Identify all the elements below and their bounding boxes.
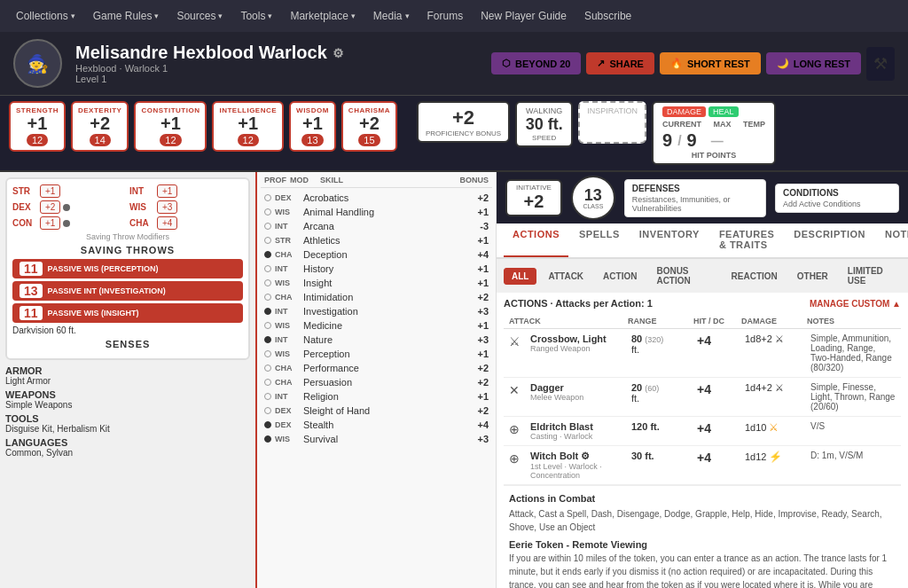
nav-media[interactable]: Media ▾ [366,6,417,26]
skill-row[interactable]: WIS Animal Handling +1 [261,205,492,219]
hp-heal-button[interactable]: HEAL [708,106,739,117]
nav-game-rules[interactable]: Game Rules ▾ [86,6,167,26]
save-wis-btn[interactable]: +3 [157,200,177,214]
subtab-bonus-action[interactable]: BONUS ACTION [648,263,719,289]
character-settings-icon[interactable]: ⚙ [333,46,344,60]
save-con-dot [63,220,70,227]
right-panel: INITIATIVE +2 13 CLASS DEFENSES Resistan… [497,172,908,588]
skill-row[interactable]: INT Nature +3 [261,333,492,347]
subtab-attack[interactable]: ATTACK [540,268,591,285]
nav-subscribe[interactable]: Subscribe [577,6,638,26]
skill-row[interactable]: WIS Survival +3 [261,432,492,446]
save-dex-btn[interactable]: +2 [40,200,60,214]
action-row[interactable]: ⊕ Witch Bolt ⚙ 1st Level · Warlock · Con… [504,446,901,485]
skill-attribute: STR [275,236,300,245]
nav-sources[interactable]: Sources ▾ [169,6,230,26]
skill-bonus: +3 [462,306,489,317]
save-str[interactable]: STR +1 [12,184,126,198]
passive-investigation: 13 PASSIVE INT (INVESTIGATION) [12,281,243,301]
skill-row[interactable]: INT Religion +1 [261,389,492,404]
nav-marketplace[interactable]: Marketplace ▾ [283,6,362,26]
skill-proficiency-dot [264,435,271,443]
long-rest-button[interactable]: 🌙 LONG REST [766,52,861,74]
weapons-label: WEAPONS [5,389,250,400]
action-row[interactable]: ⚔ Crossbow, Light Ranged Weapon 80 (320)… [504,329,901,378]
skill-bonus: -3 [462,221,489,231]
skill-proficiency-dot [264,194,271,201]
nav-tools[interactable]: Tools ▾ [233,6,279,26]
subtab-action[interactable]: ACTION [595,268,645,285]
skill-row[interactable]: CHA Persuasion +2 [261,375,492,389]
manage-custom-button[interactable]: MANAGE CUSTOM ▲ [810,299,901,309]
skill-attribute: WIS [275,278,300,287]
skill-name: Medicine [303,320,458,331]
nav-collections[interactable]: Collections ▾ [9,6,82,26]
skill-attribute: INT [275,392,300,401]
save-cha-btn[interactable]: +4 [157,216,177,230]
passive-insight-label: PASSIVE WIS (INSIGHT) [48,309,139,318]
short-rest-button[interactable]: 🔥 SHORT REST [660,52,761,74]
skill-row[interactable]: WIS Perception +1 [261,347,492,361]
tab-inventory[interactable]: INVENTORY [630,223,708,257]
skill-attribute: INT [275,222,300,231]
skill-proficiency-dot [264,279,271,286]
tab-spells[interactable]: SPELLS [570,223,629,257]
nav-forums[interactable]: Forums [420,6,471,26]
subtab-all[interactable]: ALL [504,268,536,285]
stat-constitution[interactable]: CONSTITUTION +1 12 [134,101,207,152]
tab-notes[interactable]: NOTES [876,223,908,257]
stat-charisma[interactable]: CHARISMA +2 15 [341,101,397,152]
save-int[interactable]: INT +1 [129,184,243,198]
skill-row[interactable]: INT Investigation +3 [261,304,492,318]
skill-name: Performance [303,363,458,373]
tab-description[interactable]: DESCRIPTION [785,223,874,257]
stat-wisdom[interactable]: WISDOM +1 13 [289,101,336,152]
beyond20-button[interactable]: ⬡ BEYOND 20 [491,52,581,74]
share-button[interactable]: ↗ SHARE [586,52,654,74]
stat-intelligence[interactable]: INTELLIGENCE +1 12 [212,101,284,152]
skill-proficiency-dot [264,208,271,216]
action-damage: 1d12 ⚡ [745,451,807,463]
inspiration-box[interactable]: INSPIRATION [578,101,646,144]
skill-row[interactable]: DEX Stealth +4 [261,418,492,432]
skill-row[interactable]: DEX Sleight of Hand +2 [261,404,492,418]
stat-strength[interactable]: STRENGTH +1 12 [9,101,66,152]
skill-row[interactable]: WIS Insight +1 [261,276,492,290]
stat-dexterity[interactable]: DEXTERITY +2 14 [71,101,129,152]
skill-row[interactable]: CHA Deception +4 [261,247,492,262]
tab-actions[interactable]: ACTIONS [504,223,568,257]
skill-row[interactable]: INT History +1 [261,262,492,276]
save-con-btn[interactable]: +1 [40,216,60,230]
stats-row: STRENGTH +1 12 DEXTERITY +2 14 CONSTITUT… [0,96,908,172]
skill-row[interactable]: STR Athletics +1 [261,233,492,247]
save-str-btn[interactable]: +1 [40,184,60,198]
action-notes: D: 1m, V/S/M [810,451,896,460]
subtab-other[interactable]: OTHER [789,268,836,285]
save-wis[interactable]: WIS +3 [129,200,243,214]
action-row[interactable]: ✕ Dagger Melee Weapon 20 (60)ft. +4 1d4+… [504,378,901,417]
tab-features[interactable]: FEATURES & TRAITS [710,223,783,257]
nav-new-player[interactable]: New Player Guide [474,6,574,26]
skill-row[interactable]: CHA Intimidation +2 [261,290,492,304]
skill-row[interactable]: WIS Medicine +1 [261,318,492,333]
skill-row[interactable]: DEX Acrobatics +2 [261,191,492,205]
save-con[interactable]: CON +1 [12,216,126,230]
saves-row-2: DEX +2 WIS +3 [12,200,243,214]
skill-row[interactable]: CHA Performance +2 [261,361,492,375]
armor-label: ARMOR [5,365,250,376]
save-int-btn[interactable]: +1 [157,184,177,198]
action-row[interactable]: ⊕ Eldritch Blast Casting · Warlock 120 f… [504,417,901,446]
action-name: Crossbow, Light Ranged Weapon [530,333,628,353]
skill-row[interactable]: INT Arcana -3 [261,219,492,233]
subtab-reaction[interactable]: REACTION [724,268,786,285]
subtab-limited-use[interactable]: LIMITED USE [840,263,901,289]
skills-header-prof: PROF [264,176,286,184]
save-cha[interactable]: CHA +4 [129,216,243,230]
save-dex[interactable]: DEX +2 [12,200,126,214]
hp-damage-button[interactable]: DAMAGE [662,106,706,117]
action-range: 20 (60)ft. [631,382,693,404]
share-icon: ↗ [597,58,605,69]
proficiency-box: +2 PROFICIENCY BONUS [417,101,510,143]
conditions-subtitle: Add Active Conditions [783,200,891,208]
skill-name: Arcana [303,221,458,231]
